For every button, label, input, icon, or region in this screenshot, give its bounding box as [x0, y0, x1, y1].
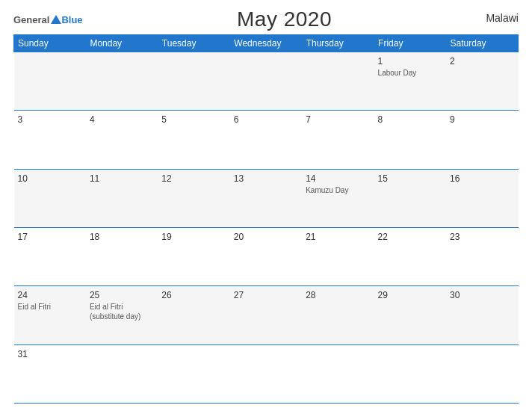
day-number: 7	[306, 114, 370, 125]
country-name: Malawi	[486, 7, 519, 24]
col-wednesday: Wednesday	[230, 35, 302, 52]
logo-general-text: General	[13, 14, 49, 25]
day-number: 23	[450, 232, 514, 242]
day-number: 29	[378, 290, 442, 300]
table-row: 30	[446, 286, 518, 344]
table-row: 3	[14, 111, 86, 169]
table-row: 25Eid al Fitri (substitute day)	[86, 286, 158, 344]
day-number: 24	[18, 290, 82, 300]
day-number: 8	[378, 114, 442, 125]
day-number: 10	[18, 173, 82, 184]
holiday-label: Kamuzu Day	[306, 185, 370, 195]
table-row	[446, 344, 518, 403]
day-number: 28	[306, 290, 370, 300]
day-number: 4	[90, 114, 154, 125]
calendar-week-row: 17181920212223	[14, 227, 519, 285]
day-number: 6	[234, 114, 298, 125]
calendar-table: Sunday Monday Tuesday Wednesday Thursday…	[13, 34, 519, 404]
day-number: 11	[90, 173, 154, 184]
table-row	[86, 52, 158, 111]
table-row	[14, 52, 86, 111]
table-row: 22	[374, 227, 446, 285]
calendar-week-row: 24Eid al Fitri25Eid al Fitri (substitute…	[14, 286, 519, 344]
day-number: 14	[306, 173, 370, 184]
table-row: 23	[446, 227, 518, 285]
calendar-week-row: 3456789	[14, 111, 519, 169]
top-header: General Blue May 2020 Malawi	[13, 7, 519, 31]
table-row	[302, 344, 374, 403]
table-row	[230, 344, 302, 403]
logo-triangle-icon	[51, 15, 61, 24]
table-row: 11	[86, 169, 158, 227]
col-friday: Friday	[374, 35, 446, 52]
table-row: 21	[302, 227, 374, 285]
day-number: 3	[18, 114, 82, 125]
day-number: 19	[161, 232, 226, 242]
day-number: 9	[450, 114, 514, 125]
table-row: 7	[302, 111, 374, 169]
day-number: 12	[161, 173, 226, 184]
table-row	[158, 344, 229, 403]
day-number: 22	[378, 232, 442, 242]
table-row: 19	[158, 227, 229, 285]
col-saturday: Saturday	[446, 35, 518, 52]
col-sunday: Sunday	[14, 35, 86, 52]
table-row: 5	[158, 111, 229, 169]
table-row: 27	[230, 286, 302, 344]
table-row: 14Kamuzu Day	[302, 169, 374, 227]
day-number: 16	[450, 173, 514, 184]
day-number: 27	[234, 290, 298, 300]
day-number: 20	[234, 232, 298, 242]
table-row: 15	[374, 169, 446, 227]
day-number: 15	[378, 173, 442, 184]
table-row: 9	[446, 111, 518, 169]
col-thursday: Thursday	[302, 35, 374, 52]
day-number: 2	[450, 56, 514, 67]
table-row: 12	[158, 169, 229, 227]
logo-blue-text: Blue	[61, 14, 82, 25]
table-row	[374, 344, 446, 403]
holiday-label: Labour Day	[378, 68, 442, 78]
table-row	[302, 52, 374, 111]
table-row: 13	[230, 169, 302, 227]
day-number: 26	[161, 290, 226, 300]
col-monday: Monday	[86, 35, 158, 52]
table-row: 6	[230, 111, 302, 169]
day-number: 31	[18, 349, 82, 359]
table-row: 4	[86, 111, 158, 169]
calendar-week-row: 31	[14, 344, 519, 403]
day-number: 1	[378, 56, 442, 67]
table-row: 1Labour Day	[374, 52, 446, 111]
calendar-header-row: Sunday Monday Tuesday Wednesday Thursday…	[14, 35, 519, 52]
table-row	[230, 52, 302, 111]
day-number: 17	[18, 232, 82, 242]
col-tuesday: Tuesday	[158, 35, 229, 52]
holiday-label: Eid al Fitri	[18, 302, 82, 312]
table-row: 31	[14, 344, 86, 403]
table-row	[158, 52, 229, 111]
table-row: 2	[446, 52, 518, 111]
table-row: 29	[374, 286, 446, 344]
logo: General Blue	[13, 14, 83, 25]
table-row: 18	[86, 227, 158, 285]
day-number: 18	[90, 232, 154, 242]
table-row	[86, 344, 158, 403]
day-number: 5	[161, 114, 226, 125]
table-row: 10	[14, 169, 86, 227]
calendar-title: May 2020	[237, 7, 332, 31]
day-number: 13	[234, 173, 298, 184]
table-row: 24Eid al Fitri	[14, 286, 86, 344]
table-row: 26	[158, 286, 229, 344]
table-row: 28	[302, 286, 374, 344]
day-number: 30	[450, 290, 514, 300]
calendar-week-row: 1Labour Day2	[14, 52, 519, 111]
table-row: 17	[14, 227, 86, 285]
day-number: 21	[306, 232, 370, 242]
holiday-label: Eid al Fitri (substitute day)	[90, 302, 154, 321]
calendar-week-row: 1011121314Kamuzu Day1516	[14, 169, 519, 227]
table-row: 20	[230, 227, 302, 285]
table-row: 8	[374, 111, 446, 169]
table-row: 16	[446, 169, 518, 227]
day-number: 25	[90, 290, 154, 300]
